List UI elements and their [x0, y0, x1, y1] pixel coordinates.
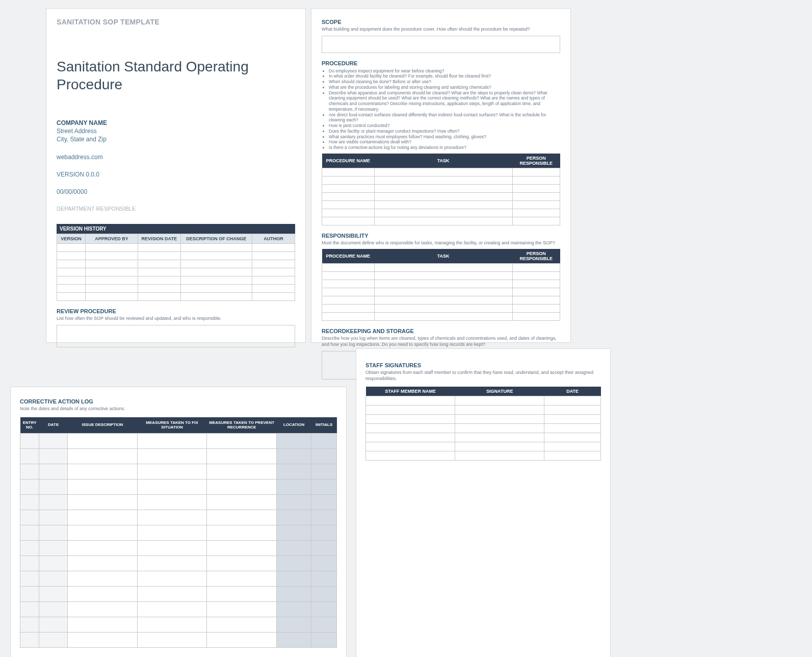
table-row	[20, 601, 337, 617]
page-4: STAFF SIGNATURES Obtain signatures from …	[356, 348, 611, 657]
table-row	[57, 284, 295, 292]
vh-col-author: AUTHOR	[252, 234, 295, 243]
sig-col-signature: SIGNATURE	[455, 387, 544, 396]
table-row	[20, 510, 337, 525]
table-row	[20, 571, 337, 586]
staff-signatures-desc: Obtain signatures from each staff member…	[365, 370, 601, 382]
table-row	[322, 280, 560, 288]
corrective-action-desc: Note the dates and details of any correc…	[20, 406, 337, 412]
version-history-table: VERSION APPROVED BY REVISION DATE DESCRI…	[57, 234, 295, 301]
list-item: When should cleaning be done? Before or …	[329, 79, 560, 85]
table-row	[366, 451, 601, 461]
list-item: Are direct food-contact surfaces cleaned…	[329, 112, 560, 123]
table-row	[322, 209, 560, 217]
company-name: COMPANY NAME	[57, 119, 295, 127]
sig-col-date: DATE	[544, 387, 601, 396]
table-row	[20, 617, 337, 632]
list-item: What are the procedures for labeling and…	[329, 85, 560, 90]
vh-col-revision-date: REVISION DATE	[138, 234, 180, 243]
table-row	[20, 433, 337, 448]
resp-col-task: TASK	[374, 249, 512, 264]
table-row	[366, 396, 601, 406]
department-label: DEPARTMENT RESPONSIBLE	[57, 205, 295, 213]
cal-col-prevent: MEASURES TAKEN TO PREVENT RECURRENCE	[207, 417, 277, 434]
procedure-table: PROCEDURE NAME TASK PERSON RESPONSIBLE	[322, 154, 560, 225]
table-row	[20, 464, 337, 479]
table-row	[322, 176, 560, 184]
table-row	[322, 217, 560, 225]
table-row	[322, 264, 560, 272]
review-procedure-input[interactable]	[57, 325, 295, 347]
list-item: In what order should facility be cleaned…	[329, 73, 560, 79]
table-row	[20, 555, 337, 571]
list-item: Do employees inspect equipment for wear …	[329, 68, 560, 74]
scope-input[interactable]	[322, 36, 560, 53]
table-row	[366, 406, 601, 415]
table-row	[20, 586, 337, 601]
list-item: How are visible contaminations dealt wit…	[329, 139, 560, 145]
table-row	[20, 632, 337, 647]
table-row	[322, 305, 560, 313]
table-row	[57, 292, 295, 300]
list-item: How is pest control conducted?	[329, 123, 560, 129]
table-row	[20, 525, 337, 540]
page-2: SCOPE What building and equipment does t…	[311, 8, 571, 343]
proc-col-task: TASK	[374, 154, 512, 168]
vh-col-version: VERSION	[57, 234, 86, 243]
table-row	[322, 200, 560, 209]
staff-signatures-table: STAFF MEMBER NAME SIGNATURE DATE	[365, 387, 601, 461]
resp-col-responsible: PERSON RESPONSIBLE	[512, 249, 560, 264]
table-row	[20, 479, 337, 494]
page-1: SANITATION SOP TEMPLATE Sanitation Stand…	[46, 8, 306, 343]
procedure-bullets: Do employees inspect equipment for wear …	[329, 68, 560, 150]
responsibility-heading: RESPONSIBILITY	[322, 233, 560, 239]
table-row	[322, 288, 560, 296]
cal-col-entry: ENTRY NO.	[20, 417, 39, 434]
proc-col-name: PROCEDURE NAME	[322, 154, 375, 168]
cal-col-initials: INITIALS	[311, 417, 337, 434]
proc-col-responsible: PERSON RESPONSIBLE	[512, 154, 560, 168]
list-item: Is there a corrective-actions log for no…	[329, 145, 560, 150]
table-row	[322, 313, 560, 321]
cal-col-location: LOCATION	[277, 417, 311, 434]
date-label: 00/00/0000	[57, 188, 295, 196]
review-procedure-heading: REVIEW PROCEDURE	[57, 308, 295, 314]
table-row	[57, 276, 295, 284]
sig-col-name: STAFF MEMBER NAME	[366, 387, 455, 396]
list-item: Describe what apparatus and components s…	[329, 90, 560, 112]
table-row	[322, 192, 560, 200]
vh-col-approved-by: APPROVED BY	[86, 234, 138, 243]
version-history-heading: VERSION HISTORY	[57, 224, 295, 234]
responsibility-desc: Must the document define who is responsi…	[322, 240, 560, 246]
table-row	[366, 442, 601, 451]
table-row	[20, 540, 337, 555]
company-meta: COMPANY NAME Street Address City, State …	[57, 119, 295, 213]
responsibility-table: PROCEDURE NAME TASK PERSON RESPONSIBLE	[322, 249, 560, 321]
recordkeeping-heading: RECORDKEEPING AND STORAGE	[322, 328, 560, 334]
table-row	[57, 243, 295, 251]
address-line-2: City, State and Zip	[57, 135, 295, 143]
document-title: Sanitation Standard Operating Procedure	[57, 58, 295, 93]
page-3: CORRECTIVE ACTION LOG Note the dates and…	[10, 387, 347, 657]
corrective-action-table: ENTRY NO. DATE ISSUE DESCRIPTION MEASURE…	[20, 417, 337, 648]
table-row	[322, 184, 560, 192]
cal-col-issue: ISSUE DESCRIPTION	[68, 417, 138, 434]
address-line-1: Street Address	[57, 127, 295, 135]
table-row	[366, 415, 601, 424]
table-row	[20, 494, 337, 510]
list-item: What sanitary practices must employees f…	[329, 134, 560, 140]
table-row	[20, 448, 337, 464]
list-item: Does the facility or plant manager condu…	[329, 129, 560, 134]
table-row	[57, 251, 295, 260]
cal-col-fix: MEASURES TAKEN TO FIX SITUATION	[137, 417, 207, 434]
table-row	[322, 296, 560, 305]
table-row	[366, 424, 601, 433]
web-address: webaddress.com	[57, 153, 295, 161]
table-row	[366, 433, 601, 442]
table-row	[57, 268, 295, 276]
table-row	[57, 260, 295, 268]
procedure-heading: PROCEDURE	[322, 60, 560, 66]
review-procedure-desc: List how often the SOP should be reviewe…	[57, 316, 295, 322]
cal-col-date: DATE	[39, 417, 68, 434]
table-row	[322, 272, 560, 280]
